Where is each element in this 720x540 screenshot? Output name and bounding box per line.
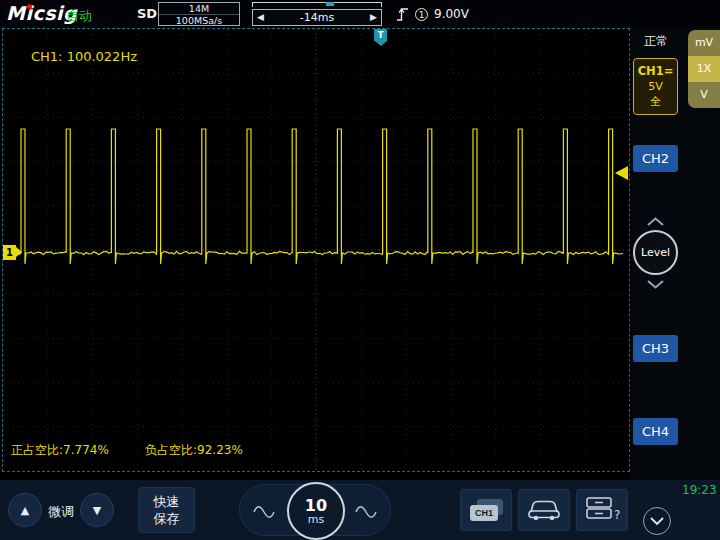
horizontal-offset-box[interactable]: ◀ -14ms ▶ [252,9,382,26]
scale-mv-button[interactable]: mV [688,30,720,56]
timebase-knob[interactable]: 10 ms [287,482,345,540]
help-question-mark: ? [614,508,620,522]
chevron-down-icon [649,516,665,526]
ch1-channel-button[interactable]: CH1= 5V 全 [633,58,678,115]
trigger-level-knob[interactable]: Level [633,230,678,275]
waveform-display: CH1: 100.022Hz 正占空比:7.774% 负占空比:92.23% 1… [2,28,630,472]
hpos-right-arrow-icon[interactable]: ▶ [370,10,377,25]
horizontal-position-control[interactable]: ◀ -14ms ▶ [252,1,382,27]
acquisition-mode-label[interactable]: 自动 [66,7,92,25]
probe-1x-button[interactable]: 1X [688,56,720,82]
ch2-channel-button[interactable]: CH2 [633,145,678,172]
storage-help-button[interactable]: ? [576,489,628,531]
oscilloscope-screen: Micsig 自动 SD 14M 100MSa/s ◀ -14ms ▶ 1 9.… [0,0,720,540]
logo-red-dot-icon [27,4,32,9]
quick-save-line2: 保存 [154,511,180,526]
vertical-scale-selector: mV 1X V [688,30,720,108]
ch1-coupling-icon: = [664,64,674,78]
trigger-level-arrow-icon[interactable] [615,166,628,180]
collapse-menu-button[interactable] [643,507,671,535]
ch3-channel-button[interactable]: CH3 [633,335,678,362]
sine-wave-right-icon [355,506,377,518]
ch1-scale-value: 5V [648,79,663,94]
level-up-chevron-icon[interactable] [647,217,664,226]
sample-rate-value: 100MSa/s [159,15,239,26]
scale-v-button[interactable]: V [688,82,720,108]
quick-save-button[interactable]: 快速 保存 [138,487,195,533]
scale-up-button[interactable]: ▲ [8,493,42,527]
sine-wave-left-icon [253,506,275,518]
ch1-label: CH1 [638,64,664,78]
quick-save-line1: 快速 [154,494,180,509]
trigger-mode-label[interactable]: 正常 [644,33,668,50]
car-icon [525,496,563,522]
auto-vehicle-mode-button[interactable] [518,489,570,531]
memory-depth-value: 14M [159,3,239,15]
channel-select-button[interactable]: CH1 [460,489,512,531]
clock-readout: 19:23 [682,483,717,497]
trigger-position-marker[interactable]: T [374,29,387,41]
top-status-bar: Micsig 自动 SD 14M 100MSa/s ◀ -14ms ▶ 1 9.… [0,0,720,28]
memory-window-bracket [252,2,382,7]
trigger-level-value: 9.00V [434,7,469,21]
ch1-waveform [3,29,629,471]
positive-duty-readout: 正占空比:7.774% [11,442,109,459]
trigger-rising-edge-icon [396,6,409,23]
ch1-bandwidth-value: 全 [650,94,661,109]
hpos-left-arrow-icon[interactable]: ◀ [257,10,264,25]
timebase-unit: ms [308,514,324,526]
memory-depth-box[interactable]: 14M 100MSa/s [158,2,240,26]
timebase-value: 10 [305,497,327,514]
horizontal-offset-value: -14ms [300,11,334,24]
bottom-toolbar: ▲ 微调 ▼ 快速 保存 10 ms CH1 [0,480,720,540]
negative-duty-readout: 负占空比:92.23% [145,442,243,459]
memory-window-marker-icon [326,2,334,6]
sd-card-indicator: SD [137,6,157,21]
right-control-panel: 正常 mV 1X V CH1= 5V 全 CH2 Level CH3 CH4 [631,28,720,480]
timebase-control[interactable]: 10 ms [239,484,391,536]
scale-down-button[interactable]: ▼ [80,493,114,527]
drawer-stack-icon: ? [581,495,623,523]
trigger-status[interactable]: 1 9.00V [396,4,469,24]
ch4-channel-button[interactable]: CH4 [633,418,678,445]
trigger-source-badge: 1 [415,8,428,21]
channel-chip-label: CH1 [470,505,498,521]
ch1-ground-marker[interactable]: 1 [3,245,16,260]
ch1-frequency-readout: CH1: 100.022Hz [31,49,137,64]
fine-tune-label: 微调 [44,503,78,521]
level-down-chevron-icon[interactable] [647,280,664,289]
